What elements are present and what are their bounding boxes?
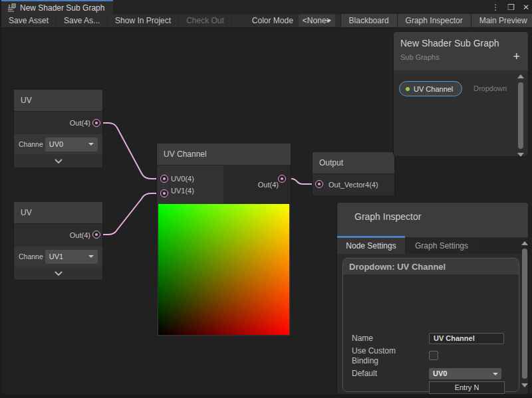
maximize-icon[interactable]: ❒ bbox=[507, 3, 515, 11]
save-asset-button[interactable]: Save Asset bbox=[1, 14, 57, 27]
inspector-tabs: Node Settings Graph Settings bbox=[337, 238, 528, 254]
scroll-up-icon[interactable] bbox=[521, 241, 528, 245]
channel-value: UV0 bbox=[49, 140, 63, 148]
entries-header: Entry N bbox=[429, 381, 505, 394]
output-port-row: Out(4) bbox=[14, 224, 102, 247]
node-title: Output bbox=[313, 152, 394, 174]
color-mode-dropdown[interactable]: <None> bbox=[299, 15, 335, 27]
output-port-row: Out(4) bbox=[14, 112, 102, 134]
port-uvchannel-uv1[interactable] bbox=[160, 189, 168, 197]
check-out-button: Check Out bbox=[179, 14, 232, 27]
use-custom-binding-checkbox[interactable] bbox=[429, 351, 438, 360]
blackboard-title: New Shader Sub Graph bbox=[400, 38, 521, 49]
more-icon[interactable]: ⋮ bbox=[491, 3, 499, 11]
node-uv-bottom[interactable]: UV Out(4) Channe UV1 bbox=[13, 201, 103, 280]
chevron-down-icon bbox=[88, 255, 94, 258]
section-title: Dropdown: UV Channel bbox=[343, 258, 519, 274]
blackboard-body: UV Channel Dropdown bbox=[394, 70, 528, 156]
add-property-button[interactable]: + bbox=[513, 50, 520, 62]
scroll-down-icon[interactable] bbox=[521, 383, 528, 387]
name-label: Name bbox=[352, 334, 373, 343]
tab-new-shader-sub-graph[interactable]: New Shader Sub Graph bbox=[1, 0, 113, 14]
scrollbar-thumb[interactable] bbox=[522, 249, 527, 379]
chevron-down-icon bbox=[326, 20, 331, 23]
chevron-down-icon bbox=[55, 159, 63, 163]
chevron-down-icon bbox=[493, 373, 498, 375]
inspector-content: Dropdown: UV Channel Name UV Channel Use… bbox=[337, 254, 528, 394]
property-pill-uv-channel[interactable]: UV Channel bbox=[399, 81, 462, 96]
close-icon[interactable]: ✕ bbox=[523, 3, 529, 11]
channel-value: UV1 bbox=[49, 252, 63, 260]
graph-toolbar: Save Asset Save As... Show In Project Ch… bbox=[1, 14, 532, 28]
output-port-column: Out(4) bbox=[223, 165, 291, 204]
port-uvchannel-uv0[interactable] bbox=[160, 175, 168, 183]
channel-control-row: Channe UV0 bbox=[14, 134, 102, 154]
port-rows: UV0(4) UV1(4) Out(4) bbox=[157, 165, 291, 204]
node-output[interactable]: Output Out_Vector4(4) bbox=[312, 151, 395, 196]
scroll-down-icon[interactable] bbox=[517, 153, 524, 157]
uv-channel-dropdown[interactable]: UV0 bbox=[45, 138, 98, 151]
inspector-title: Graph Inspector bbox=[354, 211, 528, 222]
default-dropdown[interactable]: UV0 bbox=[429, 368, 501, 379]
use-custom-binding-label: Use Custom Binding bbox=[352, 346, 421, 366]
node-title: UV bbox=[14, 90, 102, 112]
save-as-button[interactable]: Save As... bbox=[57, 14, 108, 27]
uv-channel-dropdown[interactable]: UV1 bbox=[45, 250, 98, 264]
input-port-label: UV1(4) bbox=[171, 187, 223, 195]
node-uv-top[interactable]: UV Out(4) Channe UV0 bbox=[13, 89, 103, 168]
tab-bar: New Shader Sub Graph ⋮ ❒ ✕ bbox=[1, 0, 532, 14]
graph-inspector-panel: Graph Inspector Node Settings Graph Sett… bbox=[337, 203, 528, 394]
node-title: UV bbox=[14, 202, 102, 224]
property-type-label: Dropdown bbox=[473, 84, 507, 92]
edge-uvbottom-to-uv1[interactable] bbox=[100, 193, 160, 235]
node-title: UV Channel bbox=[157, 144, 291, 165]
sub-graph-icon bbox=[7, 3, 16, 13]
color-mode-label: Color Mode bbox=[232, 14, 299, 27]
shader-graph-window: New Shader Sub Graph ⋮ ❒ ✕ Save Asset Sa… bbox=[0, 0, 532, 398]
tab-graph-settings[interactable]: Graph Settings bbox=[405, 238, 478, 254]
show-in-project-button[interactable]: Show In Project bbox=[108, 14, 179, 27]
chevron-down-icon bbox=[55, 271, 63, 276]
node-uv-channel[interactable]: UV Channel UV0(4) UV1(4) Out(4) bbox=[156, 143, 291, 337]
tab-title: New Shader Sub Graph bbox=[20, 3, 104, 13]
exposed-dot-icon bbox=[406, 87, 410, 91]
port-uvbottom-out[interactable] bbox=[92, 231, 100, 239]
channel-control-row: Channe UV1 bbox=[14, 247, 102, 266]
collapse-preview-button[interactable] bbox=[14, 266, 102, 280]
entry-row-uv0[interactable]: = UV0 bbox=[429, 395, 505, 398]
node-preview-image bbox=[158, 204, 289, 335]
blackboard-panel: New Shader Sub Graph Sub Graphs + UV Cha… bbox=[394, 32, 528, 156]
channel-label: Channe bbox=[19, 252, 43, 260]
blackboard-header[interactable]: New Shader Sub Graph Sub Graphs + bbox=[394, 32, 528, 70]
chevron-down-icon bbox=[88, 143, 94, 146]
name-input[interactable]: UV Channel bbox=[429, 333, 504, 344]
blackboard-toggle-button[interactable]: Blackboard bbox=[340, 14, 397, 27]
input-port-label: UV0(4) bbox=[171, 175, 223, 183]
port-output-in[interactable] bbox=[315, 180, 323, 188]
blackboard-subtitle: Sub Graphs bbox=[400, 53, 521, 61]
tab-node-settings[interactable]: Node Settings bbox=[337, 238, 405, 254]
port-uvtop-out[interactable] bbox=[92, 119, 100, 127]
input-port-row: Out_Vector4(4) bbox=[313, 174, 394, 195]
default-label: Default bbox=[352, 369, 377, 378]
input-port-column: UV0(4) UV1(4) bbox=[157, 165, 223, 204]
port-uvchannel-out[interactable] bbox=[278, 175, 286, 183]
main-preview-toggle-button[interactable]: Main Preview bbox=[471, 14, 532, 27]
scrollbar-thumb[interactable] bbox=[518, 82, 523, 149]
graph-inspector-toggle-button[interactable]: Graph Inspector bbox=[397, 14, 471, 27]
default-value: UV0 bbox=[433, 369, 447, 377]
scroll-up-icon[interactable] bbox=[517, 74, 524, 78]
channel-label: Channe bbox=[19, 140, 43, 148]
collapse-preview-button[interactable] bbox=[14, 154, 102, 167]
property-name: UV Channel bbox=[414, 85, 453, 93]
inspector-header[interactable]: Graph Inspector bbox=[337, 203, 528, 237]
window-controls: ⋮ ❒ ✕ bbox=[491, 0, 529, 14]
edge-uvtop-to-uv0[interactable] bbox=[100, 123, 160, 179]
